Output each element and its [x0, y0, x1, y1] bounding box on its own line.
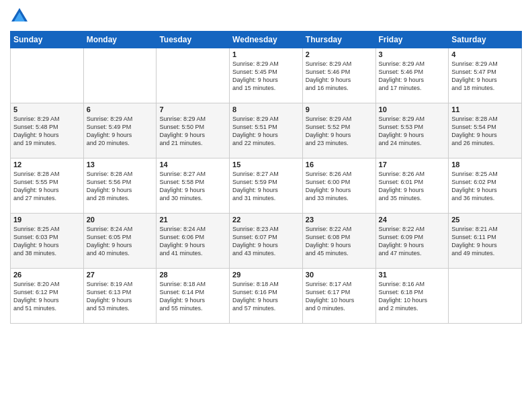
day-info: Sunrise: 8:17 AM Sunset: 6:17 PM Dayligh… — [306, 280, 373, 313]
day-info: Sunrise: 8:26 AM Sunset: 6:00 PM Dayligh… — [306, 170, 373, 203]
calendar-cell: 31Sunrise: 8:16 AM Sunset: 6:18 PM Dayli… — [375, 269, 449, 324]
day-number: 9 — [306, 105, 373, 113]
day-info: Sunrise: 8:27 AM Sunset: 5:58 PM Dayligh… — [159, 170, 226, 203]
calendar-cell: 1Sunrise: 8:29 AM Sunset: 5:45 PM Daylig… — [230, 48, 303, 103]
day-number: 10 — [379, 105, 446, 113]
day-info: Sunrise: 8:29 AM Sunset: 5:48 PM Dayligh… — [13, 115, 81, 148]
day-info: Sunrise: 8:22 AM Sunset: 6:09 PM Dayligh… — [379, 225, 446, 258]
calendar-cell: 25Sunrise: 8:21 AM Sunset: 6:11 PM Dayli… — [449, 214, 522, 269]
day-number: 27 — [87, 271, 154, 279]
calendar-cell: 26Sunrise: 8:20 AM Sunset: 6:12 PM Dayli… — [11, 269, 84, 324]
day-number: 11 — [451, 105, 519, 113]
day-number: 24 — [379, 216, 446, 224]
calendar-cell: 27Sunrise: 8:19 AM Sunset: 6:13 PM Dayli… — [83, 269, 157, 324]
calendar-cell: 4Sunrise: 8:29 AM Sunset: 5:47 PM Daylig… — [449, 48, 522, 103]
weekday-header-monday: Monday — [83, 32, 157, 48]
day-info: Sunrise: 8:19 AM Sunset: 6:13 PM Dayligh… — [87, 280, 154, 313]
calendar-cell: 16Sunrise: 8:26 AM Sunset: 6:00 PM Dayli… — [302, 158, 375, 214]
day-number: 2 — [306, 50, 373, 58]
day-info: Sunrise: 8:29 AM Sunset: 5:46 PM Dayligh… — [306, 60, 373, 93]
day-number: 8 — [232, 105, 300, 113]
day-number: 15 — [232, 161, 300, 169]
logo — [10, 7, 32, 26]
weekday-header-thursday: Thursday — [302, 32, 375, 48]
day-number: 16 — [306, 161, 373, 169]
day-info: Sunrise: 8:25 AM Sunset: 6:02 PM Dayligh… — [451, 170, 519, 203]
calendar-cell: 17Sunrise: 8:26 AM Sunset: 6:01 PM Dayli… — [375, 158, 449, 214]
calendar-cell: 6Sunrise: 8:29 AM Sunset: 5:49 PM Daylig… — [83, 103, 157, 158]
day-number: 12 — [13, 161, 81, 169]
calendar-cell: 30Sunrise: 8:17 AM Sunset: 6:17 PM Dayli… — [302, 269, 375, 324]
day-number: 14 — [159, 161, 226, 169]
calendar-cell: 10Sunrise: 8:29 AM Sunset: 5:53 PM Dayli… — [375, 103, 449, 158]
day-info: Sunrise: 8:26 AM Sunset: 6:01 PM Dayligh… — [379, 170, 446, 203]
calendar-cell: 7Sunrise: 8:29 AM Sunset: 5:50 PM Daylig… — [157, 103, 230, 158]
calendar-cell: 3Sunrise: 8:29 AM Sunset: 5:46 PM Daylig… — [375, 48, 449, 103]
calendar-week-2: 5Sunrise: 8:29 AM Sunset: 5:48 PM Daylig… — [11, 103, 522, 158]
day-info: Sunrise: 8:23 AM Sunset: 6:07 PM Dayligh… — [232, 225, 300, 258]
day-info: Sunrise: 8:28 AM Sunset: 5:54 PM Dayligh… — [451, 115, 519, 148]
calendar-cell: 29Sunrise: 8:18 AM Sunset: 6:16 PM Dayli… — [230, 269, 303, 324]
day-info: Sunrise: 8:29 AM Sunset: 5:49 PM Dayligh… — [87, 115, 154, 148]
day-number: 22 — [232, 216, 300, 224]
calendar-cell: 9Sunrise: 8:29 AM Sunset: 5:52 PM Daylig… — [302, 103, 375, 158]
calendar-cell: 28Sunrise: 8:18 AM Sunset: 6:14 PM Dayli… — [157, 269, 230, 324]
day-number: 17 — [379, 161, 446, 169]
calendar-week-1: 1Sunrise: 8:29 AM Sunset: 5:45 PM Daylig… — [11, 48, 522, 103]
calendar-week-3: 12Sunrise: 8:28 AM Sunset: 5:55 PM Dayli… — [11, 158, 522, 214]
calendar-cell: 23Sunrise: 8:22 AM Sunset: 6:08 PM Dayli… — [302, 214, 375, 269]
calendar-cell: 22Sunrise: 8:23 AM Sunset: 6:07 PM Dayli… — [230, 214, 303, 269]
day-number: 18 — [451, 161, 519, 169]
day-number: 23 — [306, 216, 373, 224]
day-number: 31 — [379, 271, 446, 279]
day-number: 7 — [159, 105, 226, 113]
calendar-cell: 20Sunrise: 8:24 AM Sunset: 6:05 PM Dayli… — [83, 214, 157, 269]
page: SundayMondayTuesdayWednesdayThursdayFrid… — [0, 0, 532, 411]
calendar-cell: 14Sunrise: 8:27 AM Sunset: 5:58 PM Dayli… — [157, 158, 230, 214]
day-info: Sunrise: 8:29 AM Sunset: 5:51 PM Dayligh… — [232, 115, 300, 148]
calendar-cell: 21Sunrise: 8:24 AM Sunset: 6:06 PM Dayli… — [157, 214, 230, 269]
day-info: Sunrise: 8:28 AM Sunset: 5:55 PM Dayligh… — [13, 170, 81, 203]
day-info: Sunrise: 8:18 AM Sunset: 6:14 PM Dayligh… — [159, 280, 226, 313]
day-info: Sunrise: 8:21 AM Sunset: 6:11 PM Dayligh… — [451, 225, 519, 258]
day-number: 28 — [159, 271, 226, 279]
day-number: 13 — [87, 161, 154, 169]
calendar-cell — [449, 269, 522, 324]
day-number: 6 — [87, 105, 154, 113]
day-info: Sunrise: 8:24 AM Sunset: 6:06 PM Dayligh… — [159, 225, 226, 258]
weekday-header-friday: Friday — [375, 32, 449, 48]
day-number: 3 — [379, 50, 446, 58]
day-info: Sunrise: 8:29 AM Sunset: 5:53 PM Dayligh… — [379, 115, 446, 148]
calendar-cell — [11, 48, 84, 103]
day-info: Sunrise: 8:18 AM Sunset: 6:16 PM Dayligh… — [232, 280, 300, 313]
day-number: 4 — [451, 50, 519, 58]
calendar-cell: 5Sunrise: 8:29 AM Sunset: 5:48 PM Daylig… — [11, 103, 84, 158]
day-info: Sunrise: 8:22 AM Sunset: 6:08 PM Dayligh… — [306, 225, 373, 258]
day-info: Sunrise: 8:29 AM Sunset: 5:46 PM Dayligh… — [379, 60, 446, 93]
header — [10, 7, 522, 26]
day-number: 1 — [232, 50, 300, 58]
day-number: 19 — [13, 216, 81, 224]
weekday-header-sunday: Sunday — [11, 32, 84, 48]
calendar-cell: 18Sunrise: 8:25 AM Sunset: 6:02 PM Dayli… — [449, 158, 522, 214]
day-number: 25 — [451, 216, 519, 224]
day-info: Sunrise: 8:20 AM Sunset: 6:12 PM Dayligh… — [13, 280, 81, 313]
weekday-header-saturday: Saturday — [449, 32, 522, 48]
calendar-cell — [157, 48, 230, 103]
calendar-cell: 24Sunrise: 8:22 AM Sunset: 6:09 PM Dayli… — [375, 214, 449, 269]
day-info: Sunrise: 8:29 AM Sunset: 5:50 PM Dayligh… — [159, 115, 226, 148]
calendar-cell: 11Sunrise: 8:28 AM Sunset: 5:54 PM Dayli… — [449, 103, 522, 158]
calendar-week-5: 26Sunrise: 8:20 AM Sunset: 6:12 PM Dayli… — [11, 269, 522, 324]
day-number: 30 — [306, 271, 373, 279]
calendar-cell — [83, 48, 157, 103]
day-info: Sunrise: 8:16 AM Sunset: 6:18 PM Dayligh… — [379, 280, 446, 313]
calendar-cell: 2Sunrise: 8:29 AM Sunset: 5:46 PM Daylig… — [302, 48, 375, 103]
day-number: 29 — [232, 271, 300, 279]
day-info: Sunrise: 8:27 AM Sunset: 5:59 PM Dayligh… — [232, 170, 300, 203]
calendar-header: SundayMondayTuesdayWednesdayThursdayFrid… — [11, 32, 522, 48]
weekday-header-wednesday: Wednesday — [230, 32, 303, 48]
weekday-header-tuesday: Tuesday — [157, 32, 230, 48]
day-number: 21 — [159, 216, 226, 224]
weekday-row: SundayMondayTuesdayWednesdayThursdayFrid… — [11, 32, 522, 48]
day-info: Sunrise: 8:29 AM Sunset: 5:45 PM Dayligh… — [232, 60, 300, 93]
